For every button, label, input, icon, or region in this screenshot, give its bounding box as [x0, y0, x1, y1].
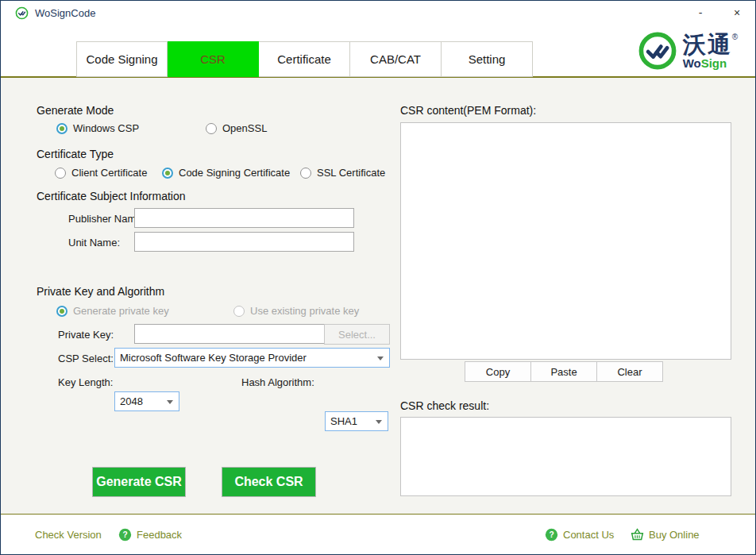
unit-name-label: Unit Name:: [68, 237, 120, 249]
svg-text:?: ?: [549, 530, 554, 539]
csr-check-result-label: CSR check result:: [400, 399, 489, 412]
question-circle-icon: ?: [545, 528, 558, 542]
radio-openssl-icon: [206, 123, 217, 134]
check-version-link[interactable]: Check Version: [35, 515, 102, 555]
radio-openssl[interactable]: OpenSSL: [206, 122, 267, 134]
radio-generate-private-key-label: Generate private key: [73, 305, 169, 317]
shopping-basket-icon: [631, 528, 644, 542]
app-window: WoSignCode - × Code Signing CSR Certific…: [0, 0, 756, 555]
certificate-type-title: Certificate Type: [37, 148, 114, 160]
question-circle-icon: ?: [118, 528, 132, 542]
publisher-name-input[interactable]: [134, 208, 354, 228]
tab-certificate[interactable]: Certificate: [259, 41, 350, 77]
unit-name-input[interactable]: [134, 232, 354, 252]
window-title: WoSignCode: [35, 7, 95, 19]
radio-generate-private-key-icon: [56, 306, 68, 317]
check-csr-button[interactable]: Check CSR: [222, 467, 316, 497]
key-length-dropdown[interactable]: 2048: [114, 391, 179, 411]
svg-text:?: ?: [122, 530, 127, 539]
csr-button-row: Copy Paste Clear: [465, 361, 663, 382]
app-logo-icon: [15, 6, 29, 20]
tab-bar: Code Signing CSR Certificate CAB/CAT Set…: [1, 25, 755, 78]
generate-csr-button[interactable]: Generate CSR: [92, 467, 186, 497]
private-key-input[interactable]: [134, 324, 325, 344]
radio-code-signing-certificate-icon: [162, 168, 173, 179]
csr-content-label: CSR content(PEM Format):: [400, 104, 536, 117]
footer-bar: Check Version ? Feedback ? Contact Us Bu…: [1, 514, 755, 554]
radio-windows-csp[interactable]: Windows CSP: [56, 122, 139, 134]
radio-use-existing-private-key-icon: [233, 306, 245, 317]
radio-openssl-label: OpenSSL: [222, 122, 267, 134]
select-private-key-button[interactable]: Select...: [324, 324, 390, 345]
csp-select-dropdown[interactable]: Microsoft Software Key Storage Provider: [114, 348, 390, 368]
chevron-down-icon: [167, 400, 173, 404]
hash-algorithm-dropdown[interactable]: SHA1: [325, 411, 388, 431]
title-bar: WoSignCode - ×: [1, 1, 755, 25]
feedback-label: Feedback: [137, 529, 182, 541]
csr-content-textarea[interactable]: [400, 122, 731, 360]
check-version-label: Check Version: [35, 529, 102, 541]
radio-ssl-certificate-icon: [300, 168, 311, 179]
private-key-title: Private Key and Algorithm: [37, 285, 164, 298]
copy-button[interactable]: Copy: [465, 361, 531, 382]
tab-setting[interactable]: Setting: [442, 41, 533, 77]
main-panel: Generate Mode Windows CSP OpenSSL Certif…: [1, 78, 755, 514]
radio-client-certificate[interactable]: Client Certificate: [55, 167, 147, 179]
wosign-logo: 沃通® WoSign: [637, 30, 738, 71]
tab-strip: Code Signing CSR Certificate CAB/CAT Set…: [76, 41, 533, 77]
tab-code-signing[interactable]: Code Signing: [76, 41, 168, 77]
contact-us-link[interactable]: ? Contact Us: [545, 515, 614, 555]
subject-info-title: Certificate Subject Information: [37, 190, 186, 202]
radio-use-existing-private-key[interactable]: Use existing private key: [233, 305, 359, 317]
logo-cn-text: 沃通: [683, 32, 732, 57]
feedback-link[interactable]: ? Feedback: [118, 515, 182, 555]
private-key-label: Private Key:: [58, 329, 114, 341]
tab-csr[interactable]: CSR: [168, 41, 259, 77]
paste-button[interactable]: Paste: [530, 361, 597, 382]
buy-online-link[interactable]: Buy Online: [631, 515, 700, 555]
csr-check-result-textarea[interactable]: [400, 417, 731, 496]
hash-algorithm-value: SHA1: [330, 415, 357, 427]
radio-ssl-certificate[interactable]: SSL Certificate: [300, 167, 385, 179]
radio-ssl-certificate-label: SSL Certificate: [317, 167, 385, 179]
radio-code-signing-certificate-label: Code Signing Certificate: [179, 167, 290, 179]
publisher-name-label: Publisher Name:: [68, 213, 145, 225]
tab-cab-cat[interactable]: CAB/CAT: [350, 41, 442, 77]
close-button[interactable]: ×: [719, 1, 755, 25]
logo-registered-mark: ®: [732, 33, 738, 41]
radio-generate-private-key[interactable]: Generate private key: [56, 305, 169, 317]
radio-windows-csp-icon: [56, 123, 68, 134]
buy-online-label: Buy Online: [649, 529, 700, 541]
radio-use-existing-private-key-label: Use existing private key: [250, 305, 359, 317]
radio-windows-csp-label: Windows CSP: [73, 122, 139, 134]
chevron-down-icon: [377, 357, 384, 360]
csp-select-value: Microsoft Software Key Storage Provider: [120, 352, 307, 364]
chevron-down-icon: [376, 420, 382, 424]
key-length-label: Key Length:: [58, 376, 113, 388]
logo-wo-text: Wo: [683, 56, 701, 70]
hash-algorithm-label: Hash Algorithm:: [241, 376, 314, 388]
contact-us-label: Contact Us: [563, 529, 614, 541]
radio-client-certificate-label: Client Certificate: [71, 167, 147, 179]
logo-sign-text: Sign: [701, 56, 727, 70]
csp-select-label: CSP Select:: [58, 353, 114, 364]
wosign-logo-icon: [637, 30, 678, 71]
key-length-value: 2048: [120, 395, 143, 407]
radio-code-signing-certificate[interactable]: Code Signing Certificate: [162, 167, 290, 179]
radio-client-certificate-icon: [55, 168, 66, 179]
minimize-button[interactable]: -: [682, 1, 719, 25]
clear-button[interactable]: Clear: [596, 361, 663, 382]
generate-mode-title: Generate Mode: [37, 104, 114, 117]
